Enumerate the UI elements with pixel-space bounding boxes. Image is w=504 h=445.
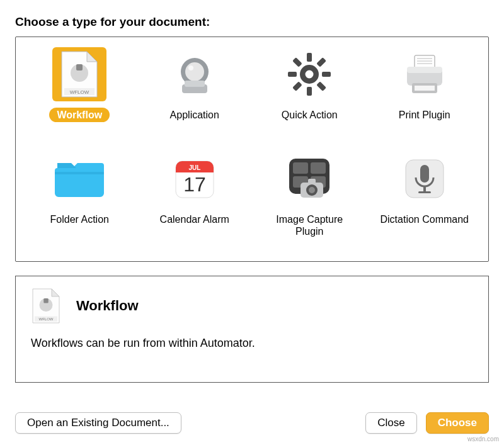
type-print-plugin[interactable]: Print Plugin xyxy=(367,45,483,145)
folder-icon xyxy=(52,152,106,206)
svg-rect-12 xyxy=(415,55,435,68)
type-dictation-command[interactable]: Dictation Command xyxy=(367,149,483,250)
svg-rect-27 xyxy=(308,179,316,184)
choose-button[interactable]: Choose xyxy=(426,412,489,434)
type-label: Dictation Command xyxy=(373,212,477,227)
description-body: Workflows can be run from within Automat… xyxy=(31,337,473,350)
calendar-day: 17 xyxy=(183,173,206,196)
svg-rect-6 xyxy=(185,81,205,87)
close-button[interactable]: Close xyxy=(365,412,416,434)
dialog-footer: Open an Existing Document... Close Choos… xyxy=(15,401,489,434)
svg-rect-17 xyxy=(407,67,442,73)
svg-rect-31 xyxy=(420,165,429,183)
svg-rect-33 xyxy=(418,191,431,193)
type-label: Folder Action xyxy=(43,212,117,227)
svg-point-7 xyxy=(188,65,193,70)
application-icon xyxy=(168,47,222,101)
type-label: Image Capture Plugin xyxy=(255,212,364,239)
svg-rect-23 xyxy=(311,162,326,174)
type-grid: WFLOW Workflow Application xyxy=(22,45,482,250)
gear-icon xyxy=(282,47,336,101)
calendar-month: JUL xyxy=(188,164,200,171)
svg-point-4 xyxy=(185,62,204,81)
description-panel: WFLOW Workflow Workflows can be run from… xyxy=(15,276,489,383)
type-label: Print Plugin xyxy=(391,108,458,122)
type-label: Application xyxy=(163,108,227,122)
type-grid-panel: WFLOW Workflow Application xyxy=(15,37,489,262)
dialog-title: Choose a type for your document: xyxy=(15,15,489,29)
description-title: Workflow xyxy=(76,298,139,314)
type-label: Quick Action xyxy=(274,108,345,122)
microphone-icon xyxy=(398,152,452,206)
type-label: Workflow xyxy=(49,108,110,122)
svg-point-29 xyxy=(309,187,315,193)
watermark: wsxdn.com xyxy=(467,436,499,442)
type-workflow[interactable]: WFLOW Workflow xyxy=(22,45,137,145)
svg-text:WFLOW: WFLOW xyxy=(39,317,54,321)
svg-rect-22 xyxy=(293,162,308,174)
image-capture-icon xyxy=(282,152,336,206)
type-quick-action[interactable]: Quick Action xyxy=(252,45,367,145)
open-existing-button[interactable]: Open an Existing Document... xyxy=(15,412,181,434)
calendar-icon: JUL 17 xyxy=(168,152,222,206)
svg-rect-35 xyxy=(43,298,49,303)
type-application[interactable]: Application xyxy=(137,45,253,145)
workflow-icon: WFLOW xyxy=(31,288,61,324)
svg-rect-32 xyxy=(423,186,426,191)
printer-icon xyxy=(398,47,452,101)
type-image-capture[interactable]: Image Capture Plugin xyxy=(252,149,367,250)
wflow-badge: WFLOW xyxy=(70,89,89,95)
type-folder-action[interactable]: Folder Action xyxy=(22,149,137,250)
svg-rect-19 xyxy=(415,86,435,91)
type-calendar-alarm[interactable]: JUL 17 Calendar Alarm xyxy=(137,149,253,250)
workflow-icon: WFLOW xyxy=(52,47,106,101)
svg-rect-9 xyxy=(307,53,312,62)
svg-rect-1 xyxy=(76,64,83,70)
type-label: Calendar Alarm xyxy=(152,212,237,227)
